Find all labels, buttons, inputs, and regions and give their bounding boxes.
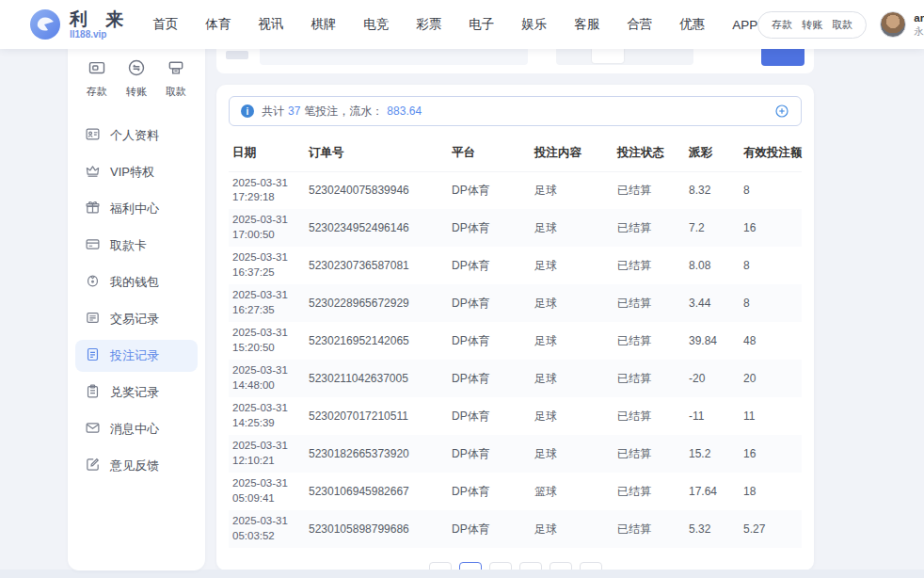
- cell-order: 5230182665373920: [305, 435, 448, 473]
- nav-item-10[interactable]: 合营: [627, 16, 652, 33]
- cell-payout: 39.84: [685, 322, 740, 360]
- table-row[interactable]: 2025-03-3115:20:505230216952142065DP体育足球…: [229, 322, 802, 360]
- sidebar-quick-deposit[interactable]: 存款: [87, 58, 107, 99]
- sidebar-quick-transfer[interactable]: 转账: [126, 58, 147, 99]
- cell-datetime: 2025-03-3116:37:25: [229, 247, 305, 284]
- avatar[interactable]: [880, 11, 906, 38]
- sidebar-item-prizes[interactable]: 兑奖记录: [75, 377, 198, 409]
- withdraw-icon: [167, 58, 185, 81]
- nav-item-5[interactable]: 电竞: [363, 16, 389, 33]
- sidebar-item-label: 取款卡: [110, 237, 147, 254]
- cell-time: 12:10:21: [232, 454, 301, 469]
- sidebar-item-wallet[interactable]: 我的钱包: [75, 266, 198, 298]
- transfer-icon: [127, 58, 146, 81]
- cell-time: 15:20:50: [232, 341, 301, 356]
- cell-order: 5230240075839946: [305, 171, 448, 209]
- table-row[interactable]: 2025-03-3117:29:185230240075839946DP体育足球…: [229, 171, 802, 209]
- transactions-icon: [85, 310, 101, 329]
- quick-action-1[interactable]: 存款: [772, 18, 792, 32]
- table-body: 2025-03-3117:29:185230240075839946DP体育足球…: [229, 171, 802, 548]
- table-row[interactable]: 2025-03-3114:25:395230207017210511DP体育足球…: [229, 397, 802, 435]
- permanent-domain: 永久域名：ll188.vip | ll188....: [914, 25, 924, 38]
- nav-item-8[interactable]: 娱乐: [521, 16, 547, 33]
- sidebar-item-label: 投注记录: [110, 347, 159, 364]
- table-row[interactable]: 2025-03-3116:37:255230230736587081DP体育足球…: [229, 247, 802, 284]
- cell-date: 2025-03-31: [232, 326, 301, 341]
- cell-status: 已结算: [613, 209, 685, 247]
- cell-content: 足球: [531, 435, 613, 473]
- cell-status: 已结算: [613, 247, 685, 284]
- vip-icon: [85, 163, 101, 182]
- sidebar-quick-label: 存款: [87, 85, 107, 99]
- sidebar-item-label: 兑奖记录: [110, 384, 159, 401]
- brand-title: 利 来: [70, 10, 130, 28]
- bets-icon: [85, 346, 101, 365]
- table-row[interactable]: 2025-03-3112:10:215230182665373920DP体育足球…: [229, 435, 802, 473]
- cell-platform: DP体育: [448, 247, 531, 284]
- cell-status: 已结算: [613, 284, 685, 322]
- cell-order: 5230230736587081: [305, 247, 448, 284]
- nav-item-2[interactable]: 体育: [205, 16, 231, 33]
- nav-item-4[interactable]: 棋牌: [311, 16, 336, 33]
- cell-datetime: 2025-03-3116:27:35: [229, 284, 305, 322]
- card-icon: [85, 236, 101, 255]
- sidebar-item-vip[interactable]: VIP特权: [75, 156, 198, 188]
- nav-item-11[interactable]: 优惠: [679, 16, 705, 33]
- turnover-amount: 883.64: [387, 104, 422, 118]
- table-row[interactable]: 2025-03-3116:27:355230228965672929DP体育足球…: [229, 284, 802, 322]
- cell-date: 2025-03-31: [232, 476, 301, 491]
- nav-item-3[interactable]: 视讯: [258, 16, 283, 33]
- cell-datetime: 2025-03-3114:25:39: [229, 397, 305, 435]
- cell-datetime: 2025-03-3114:48:00: [229, 360, 305, 397]
- sidebar-item-transactions[interactable]: 交易记录: [75, 303, 198, 335]
- column-header-5: 投注状态: [613, 136, 685, 171]
- nav-item-7[interactable]: 电子: [469, 16, 494, 33]
- bet-records-panel: i 共计 37 笔投注，流水： 883.64 日期订单号平台投注内容投注状态派彩…: [216, 85, 814, 570]
- cell-order: 5230106945982667: [305, 473, 448, 510]
- brand-domain: ll188.vip: [70, 30, 130, 40]
- brand-logo[interactable]: 利 来 ll188.vip: [28, 8, 130, 41]
- cell-order: 5230211042637005: [305, 360, 448, 397]
- cell-time: 17:29:18: [232, 190, 301, 205]
- expand-plus-icon[interactable]: [774, 104, 789, 119]
- cell-content: 足球: [531, 284, 613, 322]
- sidebar-item-label: 消息中心: [110, 421, 159, 438]
- nav-item-6[interactable]: 彩票: [416, 16, 441, 33]
- quick-action-3[interactable]: 取款: [832, 18, 852, 32]
- table-row[interactable]: 2025-03-3105:03:525230105898799686DP体育足球…: [229, 510, 802, 548]
- cell-date: 2025-03-31: [232, 176, 301, 191]
- sidebar-item-feedback[interactable]: 意见反馈: [75, 450, 198, 482]
- sidebar-quick-withdraw[interactable]: 取款: [166, 58, 186, 99]
- profile-icon: [85, 126, 101, 145]
- sidebar-item-label: 个人资料: [110, 127, 159, 144]
- user-box[interactable]: anxin3399 总资产：1363.49元 永久域名：ll188.vip | …: [880, 11, 924, 38]
- cell-date: 2025-03-31: [232, 288, 301, 303]
- nav-item-12[interactable]: APP: [732, 18, 757, 32]
- wallet-icon: [85, 273, 101, 292]
- cell-valid: 11: [740, 397, 802, 435]
- welfare-icon: [85, 200, 101, 218]
- username: anxin3399: [914, 11, 924, 24]
- cell-status: 已结算: [613, 397, 685, 435]
- nav-item-9[interactable]: 客服: [574, 16, 599, 33]
- sidebar-item-card[interactable]: 取款卡: [75, 230, 198, 262]
- cell-datetime: 2025-03-3117:00:50: [229, 209, 305, 247]
- table-row[interactable]: 2025-03-3117:00:505230234952496146DP体育足球…: [229, 209, 802, 247]
- cell-valid: 20: [740, 360, 802, 397]
- cell-date: 2025-03-31: [232, 213, 301, 228]
- sidebar-item-bets[interactable]: 投注记录: [75, 340, 198, 372]
- sidebar-item-messages[interactable]: 消息中心: [75, 413, 198, 445]
- quick-action-2[interactable]: 转账: [802, 18, 822, 32]
- sidebar-item-profile[interactable]: 个人资料: [75, 120, 198, 152]
- table-row[interactable]: 2025-03-3105:09:415230106945982667DP体育篮球…: [229, 473, 802, 510]
- cell-content: 足球: [531, 209, 613, 247]
- cell-datetime: 2025-03-3115:20:50: [229, 322, 305, 360]
- cell-platform: DP体育: [448, 360, 531, 397]
- sidebar-menu: 个人资料VIP特权福利中心取款卡我的钱包交易记录投注记录兑奖记录消息中心意见反馈: [68, 120, 205, 482]
- table-row[interactable]: 2025-03-3114:48:005230211042637005DP体育足球…: [229, 360, 802, 397]
- cell-payout: 17.64: [685, 473, 740, 510]
- cell-valid: 18: [740, 473, 802, 510]
- nav-item-1[interactable]: 首页: [152, 16, 178, 33]
- cell-time: 14:25:39: [232, 416, 301, 431]
- sidebar-item-welfare[interactable]: 福利中心: [75, 193, 198, 225]
